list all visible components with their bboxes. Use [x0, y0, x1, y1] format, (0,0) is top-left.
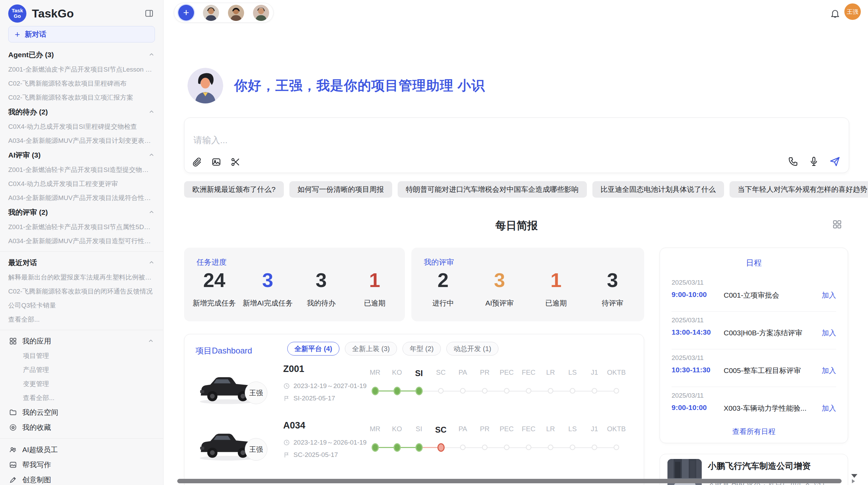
chevron-up-icon[interactable]: [148, 51, 155, 58]
app-window: Task Go TaskGo + 新对话 Agent已办 (3) Z001-全新…: [0, 0, 868, 485]
view-all-schedule-link[interactable]: 查看所有日程: [660, 427, 848, 436]
chevron-up-icon[interactable]: [148, 259, 155, 266]
sidebar-task-item[interactable]: A034-全新新能源MUV产品开发项目造型可行性评审: [0, 234, 163, 248]
paperclip-icon[interactable]: [192, 157, 202, 167]
layout-grid-icon[interactable]: [832, 219, 843, 230]
sidebar-task-item[interactable]: Z001-全新燃油轻卡产品开发项目SI造型提交物评审: [0, 163, 163, 177]
sidebar-task-item[interactable]: Z001-全新燃油皮卡产品开发项目SI节点Lesson Learn报告: [0, 62, 163, 76]
milestone-dot: [592, 445, 597, 450]
stat-my-todo: 3 我的待办: [294, 270, 348, 308]
current-milestone-label: SI: [408, 369, 430, 378]
image-upload-icon[interactable]: [211, 157, 221, 167]
tab-new-body[interactable]: 全新上装 (3): [345, 342, 397, 356]
tab-model-year[interactable]: 年型 (2): [402, 342, 441, 356]
event-name: C003|H0B-方案冻结评审: [724, 328, 803, 338]
suggestion-chip[interactable]: 如何写一份清晰的项目周报: [289, 181, 392, 198]
chevron-up-icon[interactable]: [147, 338, 154, 345]
new-chat-button[interactable]: + 新对话: [8, 26, 155, 42]
milestone-dot-done: [394, 387, 401, 395]
recent-chat-item[interactable]: 公司Q3轻卡销量: [0, 298, 163, 312]
add-contact-button[interactable]: +: [178, 5, 194, 21]
schedule-event: 2025/03/11 13:00-14:30 C003|H0B-方案冻结评审 加…: [672, 312, 836, 349]
cloud-space-label: 我的云空间: [22, 408, 154, 417]
join-meeting-link[interactable]: 加入: [822, 366, 836, 375]
sidebar-item-creative-drawing[interactable]: 创意制图: [0, 472, 163, 485]
recent-chat-item[interactable]: 解释最新出台的欧盟报废车法规再生塑料比例被调至15%...: [0, 270, 163, 284]
user-avatar[interactable]: 王强: [844, 3, 861, 20]
dashboard-title: 项目Dashboard: [195, 345, 252, 356]
tab-new-platform[interactable]: 全新平台 (4): [287, 342, 339, 356]
milestone-dot-done: [372, 387, 379, 395]
join-meeting-link[interactable]: 加入: [822, 403, 836, 413]
chevron-up-icon[interactable]: [148, 209, 155, 216]
tab-powertrain[interactable]: 动总开发 (1): [446, 342, 498, 356]
sidebar-task-item[interactable]: A034-全新新能源MUV产品开发项目计划变更表编写: [0, 134, 163, 148]
sidebar-task-item[interactable]: Z001-全新燃油轻卡产品开发项目SI节点属性5D文件评审: [0, 220, 163, 234]
notification-bell-icon[interactable]: [829, 8, 841, 19]
suggestion-chip[interactable]: 欧洲新规最近颁布了什么?: [184, 181, 284, 198]
milestone-dot: [460, 445, 466, 450]
sidebar-task-item[interactable]: C0X4-动力总成开发项目工程变更评审: [0, 177, 163, 191]
join-meeting-link[interactable]: 加入: [822, 290, 836, 300]
sidebar-item-ai-super-staff[interactable]: AI超级员工: [0, 442, 163, 457]
stat-new-done: 24 新增完成任务: [188, 270, 241, 308]
section-header-my-todo[interactable]: 我的待办 (2): [0, 104, 163, 120]
milestone-dot-done: [372, 443, 379, 452]
recent-chat-item[interactable]: C02-飞腾新能源轻客改款项目的闭环通告反馈情况: [0, 284, 163, 298]
contact-avatar-3[interactable]: [253, 5, 269, 21]
suggestion-chip[interactable]: 特朗普可能对进口汽车增税会对中国车企造成哪些影响: [398, 181, 587, 198]
app-link-product-mgmt[interactable]: 产品管理: [0, 363, 163, 377]
horizontal-scrollbar[interactable]: [177, 479, 842, 483]
contact-avatar-1[interactable]: [203, 5, 219, 21]
sidebar-task-item[interactable]: C02-飞腾新能源轻客改款项目里程碑画布: [0, 76, 163, 90]
section-header-agent-done[interactable]: Agent已办 (3): [0, 47, 163, 62]
chevron-up-icon[interactable]: [148, 152, 155, 159]
section-header-ai-review[interactable]: AI评审 (3): [0, 148, 163, 163]
assistant-avatar: [188, 68, 223, 103]
scroll-right-arrow[interactable]: [852, 479, 855, 483]
microphone-icon[interactable]: [808, 156, 819, 167]
app-link-project-mgmt[interactable]: 项目管理: [0, 349, 163, 363]
section-header-recent-chats[interactable]: 最近对话: [0, 255, 163, 270]
sidebar-item-my-apps[interactable]: 我的应用: [0, 334, 163, 349]
project-node-date: SI-2025-05-17: [283, 395, 335, 402]
sidebar-item-favorites[interactable]: 我的收藏: [0, 420, 163, 435]
view-all-chats-link[interactable]: 查看全部...: [0, 312, 163, 326]
chevron-up-icon[interactable]: [148, 109, 155, 115]
milestone-dot: [592, 388, 597, 394]
message-input[interactable]: [193, 135, 605, 146]
join-meeting-link[interactable]: 加入: [822, 328, 836, 338]
project-row[interactable]: 王强 Z001 2023-12-19～2027-01-19 SI-2025-05…: [184, 361, 644, 418]
divider: [0, 330, 163, 330]
suggestion-chip[interactable]: 比亚迪全固态电池计划具体说了什么: [592, 181, 724, 198]
hero-section: 你好，王强，我是你的项目管理助理 小识: [188, 68, 485, 103]
composer-attachments: [192, 157, 241, 167]
section-header-my-review[interactable]: 我的评审 (2): [0, 205, 163, 220]
contact-avatar-2[interactable]: [228, 5, 244, 21]
sidebar-task-item[interactable]: C0X4-动力总成开发项目SI里程碑提交物检查: [0, 120, 163, 134]
milestone-dot-alert: [437, 443, 445, 452]
phone-icon[interactable]: [788, 156, 799, 167]
suggestion-chip[interactable]: 当下年轻人对汽车外观有怎样的喜好趋势: [730, 181, 868, 198]
milestone-dot: [570, 388, 575, 394]
sidebar-item-cloud-space[interactable]: 我的云空间: [0, 405, 163, 420]
app-link-change-mgmt[interactable]: 变更管理: [0, 377, 163, 391]
scroll-down-arrow[interactable]: [851, 474, 857, 478]
sidebar-task-item[interactable]: A034-全新新能源MUV产品开发项目法规符合性评审: [0, 191, 163, 205]
sidebar-item-writing-helper[interactable]: 帮我写作: [0, 457, 163, 472]
schedule-title: 日程: [660, 258, 848, 268]
people-icon: [9, 446, 17, 454]
sidebar-collapse-icon[interactable]: [143, 8, 155, 19]
milestone-timeline: MR KO SI SC PA PR PEC FEC LR LS J1 OKTB: [364, 369, 627, 396]
sidebar-task-item[interactable]: C02-飞腾新能源轻客改款项目立项汇报方案: [0, 90, 163, 104]
scissors-icon[interactable]: [230, 157, 241, 167]
project-row[interactable]: 王强 A034 2023-12-19～2026-01-19 SC-2025-05…: [184, 418, 644, 474]
milestone-dot: [526, 445, 531, 450]
milestone-dot: [482, 388, 487, 394]
milestone-dot: [460, 388, 466, 394]
main-content: + 王强: [164, 0, 868, 485]
stat-ai-prereview: 3 AI预评审: [471, 270, 528, 308]
send-icon[interactable]: [829, 156, 841, 167]
view-all-apps-link[interactable]: 查看全部...: [0, 391, 163, 405]
event-date: 2025/03/11: [672, 392, 704, 399]
